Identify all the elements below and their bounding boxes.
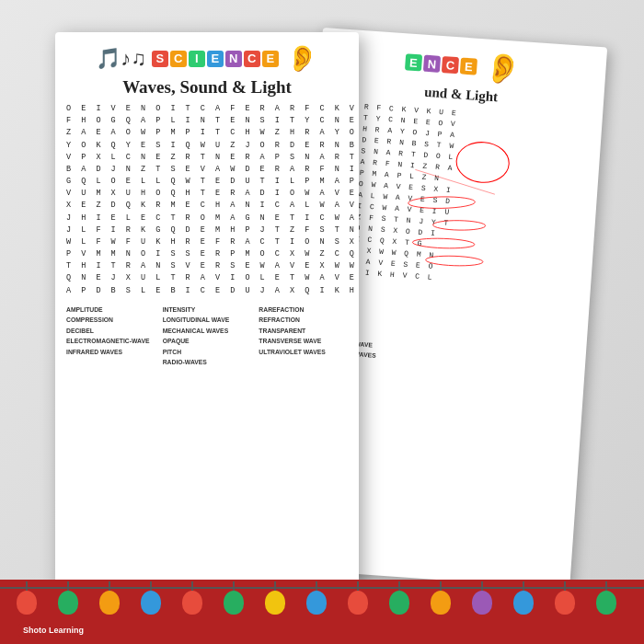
light-bulb [348, 581, 368, 615]
word-col-2: INTENSITY LONGITUDINAL WAVE MECHANICAL W… [163, 305, 252, 368]
word-ultraviolet: ULTRAVIOLET WAVES [259, 347, 348, 358]
science-letter: C [442, 56, 459, 74]
light-bulb [141, 581, 161, 615]
front-card-header: 🎵♪♫ S C I E N C E 👂 [66, 43, 348, 74]
word-col-3: RAREFACTION REFRACTION TRANSPARENT TRANS… [259, 305, 348, 368]
light-stem [26, 581, 28, 591]
word-infrared: INFRARED WAVES [66, 347, 155, 358]
light-bulb [58, 581, 78, 615]
word-radio: RADIO-WAVES [163, 357, 252, 368]
light-bulb [431, 581, 451, 615]
light-bulb [17, 581, 37, 615]
word-transverse: TRANSVERSE WAVE [259, 336, 348, 347]
science-letter-e1: E [207, 51, 224, 67]
word-refraction: REFRACTION [259, 315, 348, 326]
word-rarefaction: RAREFACTION [259, 305, 348, 316]
science-letter-n: N [225, 51, 242, 67]
light-bulb [389, 581, 409, 615]
lights-bar: Shoto Learning [0, 580, 644, 644]
front-word-grid: O E I V E N O I T C A F E R A R F C K V … [66, 103, 348, 297]
word-opaque: OPAQUE [163, 336, 252, 347]
light-bulb [596, 581, 616, 615]
front-card: 🎵♪♫ S C I E N C E 👂 Waves, Sound & Light… [55, 32, 359, 593]
science-letter-s: S [152, 51, 168, 67]
word-longitudinal: LONGITUDINAL WAVE [163, 315, 252, 326]
light-bulb [224, 581, 244, 615]
word-decibel: DECIBEL [66, 326, 155, 337]
word-col-1: AMPLITUDE COMPRESSION DECIBEL ELECTROMAG… [66, 305, 155, 368]
light-bulb [472, 581, 492, 615]
front-worksheet-title: Waves, Sound & Light [66, 77, 348, 98]
word-electromagnetic: ELECTROMAGNETIC-WAVE [66, 336, 155, 347]
word-amplitude: AMPLITUDE [66, 305, 155, 316]
word-mechanical: MECHANICAL WAVES [163, 326, 252, 337]
science-title-front: S C I E N C E [152, 51, 279, 67]
brand-label: Shoto Learning [18, 624, 88, 637]
science-letter-e2: E [262, 51, 279, 67]
ear-icon-front: 👂 [286, 43, 318, 74]
ear-icon-back: 👂 [483, 50, 523, 87]
science-letter: N [423, 55, 441, 73]
light-bulb [555, 581, 575, 615]
science-letter-c1: C [170, 51, 187, 67]
science-letter: E [460, 57, 477, 75]
light-bulb [99, 581, 120, 615]
music-notes-icon: 🎵♪♫ [96, 47, 146, 71]
science-letter: E [405, 53, 422, 71]
word-intensity: INTENSITY [163, 305, 252, 316]
word-compression: COMPRESSION [66, 315, 155, 326]
word-transparent: TRANSPARENT [259, 326, 348, 337]
light-bulb [306, 581, 327, 615]
light-bulb [265, 581, 285, 615]
light-circle [17, 591, 37, 615]
science-letter-i: I [189, 51, 205, 67]
light-bulb [513, 581, 534, 615]
front-word-list: AMPLITUDE COMPRESSION DECIBEL ELECTROMAG… [66, 305, 348, 368]
word-pitch: PITCH [163, 347, 252, 358]
light-bulb [182, 581, 202, 615]
science-title-back: E N C E [405, 53, 477, 75]
science-letter-c2: C [244, 51, 260, 67]
main-background: E N C E 👂 und & Light E R A R F C K V K … [0, 0, 644, 644]
